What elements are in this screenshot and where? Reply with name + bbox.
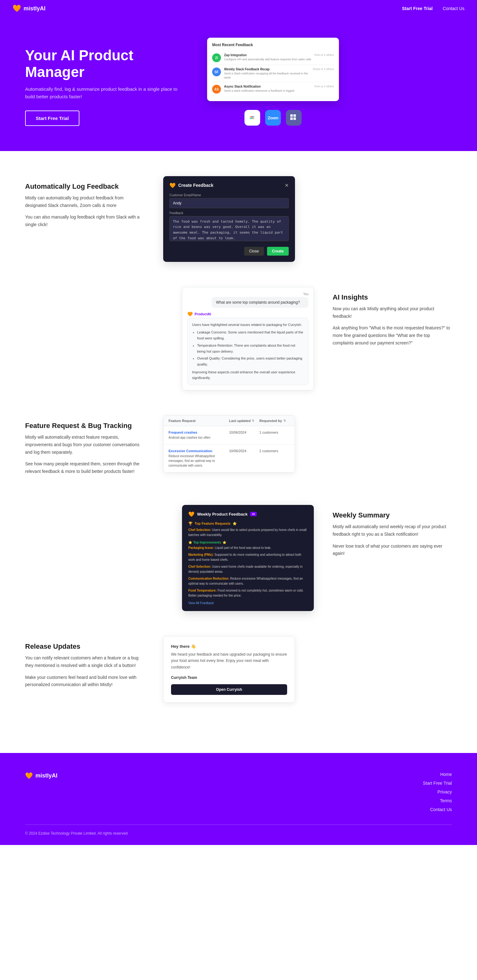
release-update-card: Hey there 👋 We heard your feedback and h…	[163, 636, 295, 703]
feature-tracking-title: Feature Request & Bug Tracking	[25, 422, 144, 430]
svg-rect-2	[250, 118, 251, 119]
feature-ai-insights-text: AI Insights Now you can ask Mistly anyth…	[333, 287, 452, 352]
hero-title: Your AI Product Manager	[25, 47, 188, 80]
footer-logo-text: mistlyAI	[35, 772, 57, 779]
feature-release-visual: Hey there 👋 We heard your feedback and h…	[163, 636, 295, 703]
feedback-item: SF Weekly Slack Feedback Recap Send a Sl…	[212, 65, 334, 82]
slack-improvement-2: Marketing (PMs): Supposed to do more mar…	[188, 552, 307, 562]
footer-logo[interactable]: 🧡 mistlyAI	[25, 772, 57, 780]
slack-top-section: 🏆 Top Feature Requests ⭐	[188, 522, 307, 526]
hero-left: Your AI Product Manager Automatically fi…	[25, 38, 188, 126]
footer-link-trial[interactable]: Start Free Trial	[423, 781, 452, 786]
modal-close-icon[interactable]: ✕	[285, 183, 289, 188]
feature-auto-log-desc1: Mistly can automatically log product fee…	[25, 194, 144, 210]
feature-tracking: Feature Request & Bug Tracking Mistly wi…	[25, 415, 452, 480]
hero-feedback-card: Most Recent Feedback ZI Zap Integration …	[207, 38, 339, 101]
footer: 🧡 mistlyAI Home Start Free Trial Privacy…	[0, 753, 477, 845]
footer-link-home[interactable]: Home	[440, 772, 452, 777]
feedback-item-title: Zap Integration	[224, 53, 311, 57]
feature-release-desc1: You can notify relevant customers when a…	[25, 654, 144, 670]
svg-rect-4	[250, 116, 251, 118]
feedback-content: Async Slack Notification Send a slack no…	[224, 85, 311, 93]
release-hey: Hey there 👋	[171, 644, 287, 649]
feedback-item-meta: from & 2 others	[314, 85, 334, 88]
navbar: 🧡 mistlyAI Start Free Trial Contact Us	[0, 0, 477, 17]
slack-ai-tag: AI	[250, 512, 257, 516]
logo-text: mistlyAI	[24, 5, 46, 12]
logo[interactable]: 🧡 mistlyAI	[13, 5, 46, 13]
col-requested-by: Requested by ⇅	[260, 419, 290, 423]
chat-ai-response: Users have highlighted several issues re…	[187, 318, 309, 385]
release-open-button[interactable]: Open Curryish	[171, 684, 287, 695]
feature-table: Feature Request Last updated ⇅ Requested…	[163, 415, 295, 473]
feature-release-desc2: Make your customers feel heard and build…	[25, 674, 144, 689]
feedback-content: Weekly Slack Feedback Recap Send a Slack…	[224, 67, 309, 80]
svg-rect-3	[251, 118, 253, 119]
footer-link-terms[interactable]: Terms	[440, 798, 452, 803]
footer-link-contact[interactable]: Contact Us	[430, 807, 452, 812]
slack-top-item-label: Chef Selection: Users would like to sele…	[188, 528, 307, 538]
feature-auto-log-visual: 🧡 Create Feedback ✕ Customer Email/Name …	[163, 176, 295, 262]
svg-rect-7	[253, 116, 254, 118]
slack-improvement-5: Food Temperature: Food received is not c…	[188, 588, 307, 598]
footer-top: 🧡 mistlyAI Home Start Free Trial Privacy…	[25, 772, 452, 812]
row2-requested: 2 customers	[260, 449, 290, 453]
chat-ai-point-1: Leakage Concerns: Some users mentioned t…	[197, 329, 304, 341]
release-from: Curryish Team	[171, 675, 287, 680]
svg-rect-10	[290, 118, 293, 120]
feature-weekly-summary: Weekly Summary Mistly will automatically…	[25, 505, 452, 611]
feature-weekly-text: Weekly Summary Mistly will automatically…	[333, 505, 452, 562]
feature-auto-log-title: Automatically Log Feedback	[25, 183, 144, 191]
modal-actions: Close Create	[170, 247, 289, 256]
feedback-textarea[interactable]: The food was fresh and tasted homely. Th…	[170, 216, 289, 241]
feedback-label: Feedback	[170, 211, 289, 215]
hero-section: Your AI Product Manager Automatically fi…	[0, 0, 477, 151]
feedback-item-meta: Share & 3 others	[312, 67, 334, 71]
feedback-avatar: ZI	[212, 53, 221, 62]
chat-ai-intro: Users have highlighted several issues re…	[192, 322, 304, 328]
svg-rect-8	[290, 114, 293, 117]
customer-input[interactable]	[170, 198, 289, 208]
col-last-updated: Last updated ⇅	[229, 419, 260, 423]
col-feature-request: Feature Request	[168, 419, 229, 423]
feature-tracking-text: Feature Request & Bug Tracking Mistly wi…	[25, 415, 144, 480]
feedback-item-desc: Configure API and automatically add feat…	[224, 57, 311, 62]
footer-copyright: © 2024 Ezdise Technology Private Limited…	[25, 831, 452, 835]
modal-title: 🧡 Create Feedback	[170, 183, 213, 188]
svg-rect-11	[293, 118, 296, 120]
feedback-avatar: SF	[212, 67, 221, 76]
chat-ai-point-2: Temperature Retention: There are complai…	[197, 342, 304, 354]
feedback-item-desc: Send a Slack notification recapping all …	[224, 72, 309, 80]
slack-view-all[interactable]: View All Feedback	[188, 601, 307, 605]
release-text: We heard your feedback and have upgraded…	[171, 651, 287, 670]
feature-auto-log-text: Automatically Log Feedback Mistly can au…	[25, 176, 144, 233]
nav-start-free-trial[interactable]: Start Free Trial	[402, 6, 433, 11]
modal-close-button[interactable]: Close	[244, 247, 264, 256]
chat-ai-points: Leakage Concerns: Some users mentioned t…	[192, 329, 304, 367]
feedback-item-desc: Send a slack notification whenever a fee…	[224, 89, 311, 93]
chat-user-message: What are some top complaints around pack…	[211, 297, 309, 308]
feedback-item-meta: from & 5 others	[314, 53, 334, 57]
svg-rect-9	[293, 114, 296, 117]
feedback-item-title: Weekly Slack Feedback Recap	[224, 67, 309, 71]
slack-improvement-section: ⭐ Top Improvements ⭐	[188, 541, 307, 544]
feature-weekly-visual: 🧡 Weekly Product Feedback AI 🏆 Top Featu…	[182, 505, 314, 611]
feature-release-updates: Release Updates You can notify relevant …	[25, 636, 452, 703]
feedback-card-title: Most Recent Feedback	[212, 43, 334, 47]
nav-contact-us[interactable]: Contact Us	[443, 6, 464, 11]
feature-auto-log: Automatically Log Feedback Mistly can au…	[25, 176, 452, 262]
table-header: Feature Request Last updated ⇅ Requested…	[163, 416, 295, 426]
feature-weekly-desc1: Mistly will automatically send weekly re…	[333, 523, 452, 538]
feedback-item: ZI Zap Integration Configure API and aut…	[212, 51, 334, 65]
feature-auto-log-desc2: You can also manually log feedback right…	[25, 213, 144, 229]
hero-cta-button[interactable]: Start Free Trial	[25, 111, 79, 126]
chat-ai-outro: Improving these aspects could enhance th…	[192, 369, 304, 381]
table-row: Excessive Communication Reduce excessive…	[163, 445, 295, 472]
footer-link-privacy[interactable]: Privacy	[437, 789, 452, 794]
modal-create-button[interactable]: Create	[267, 247, 289, 256]
svg-rect-5	[251, 116, 253, 118]
hero-right: Most Recent Feedback ZI Zap Integration …	[207, 38, 339, 126]
feedback-items-container: ZI Zap Integration Configure API and aut…	[212, 51, 334, 96]
feature-tracking-visual: Feature Request Last updated ⇅ Requested…	[163, 415, 295, 473]
svg-rect-6	[253, 118, 254, 119]
